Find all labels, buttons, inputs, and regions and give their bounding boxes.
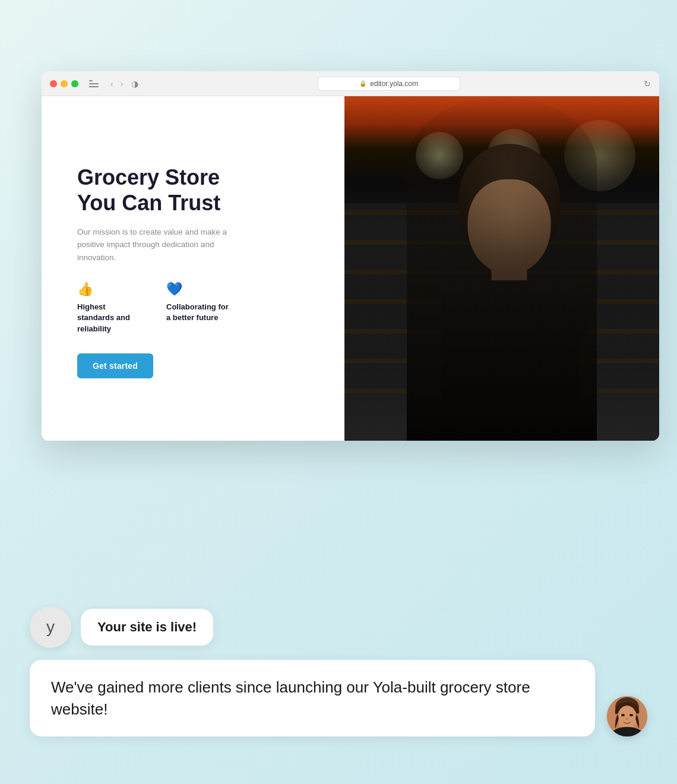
nav-arrows: ‹ › <box>108 78 125 90</box>
yola-avatar: y <box>30 606 71 648</box>
hero-description: Our mission is to create value and make … <box>77 226 243 264</box>
brightness-icon: ◑ <box>131 79 138 88</box>
yola-letter: y <box>46 618 55 637</box>
browser-toolbar: ‹ › ◑ 🔒 editor.yola.com ↻ <box>42 71 659 96</box>
feature-1-label: Highest standards and reliability <box>77 302 143 334</box>
url-text: editor.yola.com <box>370 80 418 88</box>
minimize-button[interactable] <box>61 80 68 87</box>
left-panel: Grocery Store You Can Trust Our mission … <box>42 96 344 441</box>
forward-arrow[interactable]: › <box>118 78 126 90</box>
feature-2-label: Collaborating for a better future <box>166 302 232 323</box>
hero-title: Grocery Store You Can Trust <box>77 165 315 216</box>
sidebar-toggle-icon[interactable] <box>89 80 99 87</box>
chat-row-2: We've gained more clients since launchin… <box>30 660 647 736</box>
lock-icon: 🔒 <box>359 80 366 87</box>
browser-content: Grocery Store You Can Trust Our mission … <box>42 96 659 441</box>
back-arrow[interactable]: ‹ <box>108 78 116 90</box>
person-shadow-overlay <box>407 96 597 441</box>
chat-section: y Your site is live! We've gained more c… <box>30 606 647 736</box>
maximize-button[interactable] <box>71 80 78 87</box>
chat-bubble-live: Your site is live! <box>81 609 213 646</box>
thumbs-up-icon: 👍 <box>77 282 143 297</box>
grocery-scene <box>344 96 659 441</box>
chat-row-1: y Your site is live! <box>30 606 647 648</box>
chat-bubble-2-text: We've gained more clients since launchin… <box>51 678 530 717</box>
chat-bubble-testimonial: We've gained more clients since launchin… <box>30 660 595 736</box>
address-bar[interactable]: 🔒 editor.yola.com <box>318 77 460 91</box>
feature-item-1: 👍 Highest standards and reliability <box>77 282 143 334</box>
traffic-lights <box>50 80 78 87</box>
user-avatar <box>607 696 647 736</box>
hero-image-panel <box>344 96 659 441</box>
browser-window: ‹ › ◑ 🔒 editor.yola.com ↻ Grocery Store … <box>42 71 659 441</box>
get-started-button[interactable]: Get started <box>77 353 153 378</box>
svg-point-3 <box>621 714 625 716</box>
reload-button[interactable]: ↻ <box>644 79 651 88</box>
svg-point-4 <box>629 714 633 716</box>
user-avatar-image <box>607 696 647 736</box>
address-bar-wrapper: 🔒 editor.yola.com <box>144 77 633 91</box>
heart-icon: 💙 <box>166 282 232 297</box>
feature-item-2: 💙 Collaborating for a better future <box>166 282 232 334</box>
chat-bubble-1-text: Your site is live! <box>97 619 197 634</box>
close-button[interactable] <box>50 80 57 87</box>
feature-icons: 👍 Highest standards and reliability 💙 Co… <box>77 282 315 334</box>
svg-point-2 <box>618 706 637 729</box>
